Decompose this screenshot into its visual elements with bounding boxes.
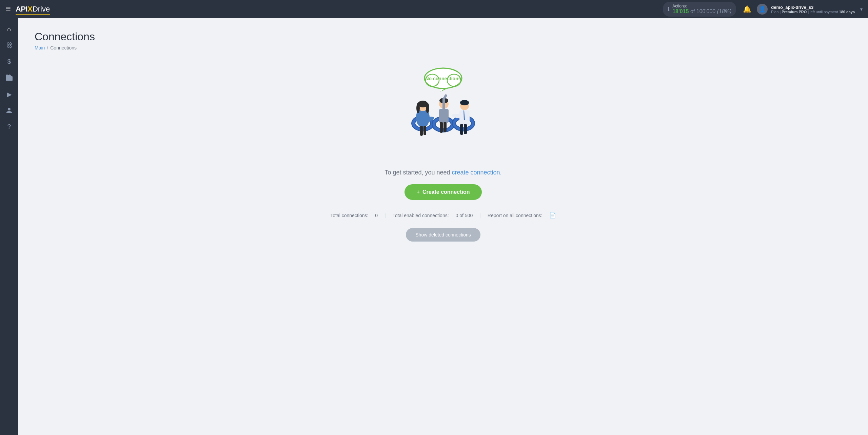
total-enabled-value: 0 of 500: [456, 213, 473, 218]
total-connections-value: 0: [375, 213, 378, 218]
create-btn-plus: +: [417, 189, 420, 195]
illustration: No connections: [386, 64, 501, 159]
info-icon: ℹ: [668, 6, 670, 12]
user-avatar: 👤: [757, 4, 768, 15]
sidebar-item-integrations[interactable]: [2, 70, 17, 85]
svg-rect-31: [440, 122, 443, 133]
svg-rect-38: [464, 124, 467, 134]
hamburger-menu[interactable]: ☰: [5, 5, 11, 13]
user-caret-icon: ▾: [860, 6, 863, 12]
actions-of: of: [690, 8, 695, 14]
actions-used: 18'015: [672, 8, 689, 14]
center-area: No connections: [35, 64, 852, 242]
cloud-bubble: No connections: [425, 68, 462, 91]
main-content: Connections Main / Connections: [18, 18, 868, 435]
show-deleted-button[interactable]: Show deleted connections: [406, 228, 480, 242]
person-center: [439, 96, 449, 133]
create-btn-label: Create connection: [422, 189, 470, 195]
breadcrumb-current: Connections: [50, 45, 77, 50]
plan-info: Plan | Premium PRO | left until payment …: [771, 10, 855, 14]
actions-text: Actions: 18'015 of 100'000 (18%): [672, 4, 731, 15]
total-enabled-label: Total enabled connections:: [393, 213, 449, 218]
page-title: Connections: [35, 30, 852, 43]
sidebar-item-video[interactable]: ▶: [2, 87, 17, 102]
stats-sep-1: |: [384, 213, 386, 218]
cta-text-prefix: To get started, you need: [384, 169, 450, 176]
person-right: [452, 100, 470, 135]
actions-label: Actions:: [672, 4, 731, 8]
breadcrumb: Main / Connections: [35, 45, 852, 50]
top-navigation: ☰ APIXDrive ℹ Actions: 18'015 of 100'000…: [0, 0, 868, 18]
stats-sep-2: |: [479, 213, 481, 218]
bell-icon[interactable]: 🔔: [743, 5, 751, 13]
logo-api: API: [16, 5, 27, 14]
sidebar-item-billing[interactable]: $: [2, 54, 17, 69]
svg-point-22: [426, 103, 429, 113]
username: demo_apix-drive_s3: [771, 5, 855, 10]
stats-row: Total connections: 0 | Total enabled con…: [330, 212, 556, 219]
report-label: Report on all connections:: [488, 213, 542, 218]
svg-rect-32: [443, 122, 447, 132]
svg-point-21: [416, 103, 420, 113]
illustration-svg: No connections: [386, 64, 501, 159]
svg-rect-23: [420, 126, 423, 136]
actions-total: 100'000: [696, 8, 715, 14]
actions-pct: (18%): [717, 8, 732, 14]
sidebar-item-connections[interactable]: ⛓: [2, 38, 17, 53]
logo: APIXDrive: [16, 5, 50, 14]
logo-x: X: [27, 5, 33, 14]
total-connections-label: Total connections:: [330, 213, 368, 218]
layout: ⌂ ⛓ $ ▶ ? Connections Main / Connections: [0, 18, 868, 435]
show-deleted-label: Show deleted connections: [415, 232, 471, 237]
actions-value: 18'015 of 100'000 (18%): [672, 8, 731, 15]
logo-drive: Drive: [33, 5, 50, 14]
user-menu[interactable]: 👤 demo_apix-drive_s3 Plan | Premium PRO …: [757, 4, 863, 15]
actions-pill: ℹ Actions: 18'015 of 100'000 (18%): [663, 2, 736, 17]
sidebar-item-profile[interactable]: [2, 103, 17, 118]
svg-point-36: [460, 100, 469, 105]
cloud-text: No connections: [425, 76, 461, 81]
breadcrumb-main-link[interactable]: Main: [35, 45, 45, 50]
sidebar: ⌂ ⛓ $ ▶ ?: [0, 18, 18, 435]
sidebar-item-help[interactable]: ?: [2, 119, 17, 134]
svg-rect-37: [460, 124, 463, 135]
create-connection-button[interactable]: + Create connection: [405, 184, 482, 200]
cta-text: To get started, you need create connecti…: [384, 169, 501, 176]
cta-text-link[interactable]: create connection.: [452, 169, 502, 176]
user-info: demo_apix-drive_s3 Plan | Premium PRO | …: [771, 5, 855, 14]
svg-rect-24: [423, 126, 426, 135]
report-icon[interactable]: 📄: [549, 212, 556, 219]
breadcrumb-separator: /: [47, 45, 48, 50]
sidebar-item-home[interactable]: ⌂: [2, 22, 17, 37]
